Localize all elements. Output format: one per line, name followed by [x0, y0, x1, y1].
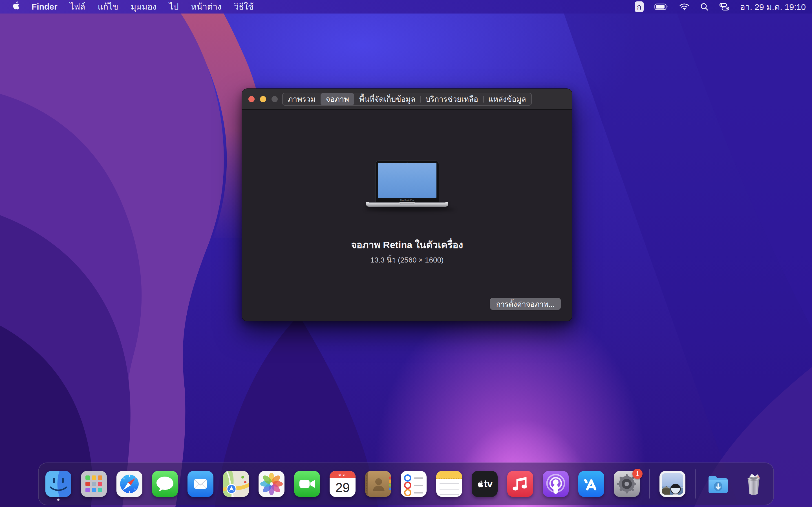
about-this-mac-window: ภาพรวม จอภาพ พื้นที่จัดเก็บข้อมูล บริการ…	[242, 89, 572, 321]
spotlight-icon[interactable]	[700, 3, 709, 11]
dock-item-podcasts[interactable]	[543, 471, 569, 497]
macbook-illustration: MacBook Pro	[365, 161, 449, 211]
dock-item-mail[interactable]	[188, 471, 213, 497]
macbook-shadow	[365, 208, 455, 211]
display-resolution: 13.3 นิ้ว (2560 × 1600)	[242, 254, 572, 266]
music-icon	[507, 471, 533, 497]
downloads-folder-icon	[705, 471, 731, 497]
calendar-month: ม.ค.	[329, 471, 356, 478]
calendar-icon: ม.ค. 29	[329, 471, 356, 497]
display-settings-button[interactable]: การตั้งค่าจอภาพ...	[490, 298, 561, 310]
menu-bar-left: Finder ไฟล์ แก้ไข มุมมอง ไป หน้าต่าง วิธ…	[0, 0, 254, 13]
mail-icon	[188, 471, 213, 497]
contacts-icon	[365, 471, 391, 497]
dock-item-notes[interactable]	[436, 471, 462, 497]
menu-app-name[interactable]: Finder	[32, 0, 57, 13]
macbook-screen: MacBook Pro	[375, 161, 439, 202]
calendar-day: 29	[329, 478, 356, 497]
dock-item-maps[interactable]	[223, 471, 249, 497]
dock-item-launchpad[interactable]	[81, 471, 107, 497]
traffic-lights	[248, 89, 278, 109]
menu-window[interactable]: หน้าต่าง	[191, 0, 221, 13]
tv-label: tv	[484, 478, 492, 490]
wifi-icon[interactable]	[679, 3, 689, 11]
menu-edit[interactable]: แก้ไข	[98, 0, 118, 13]
finder-icon	[45, 471, 71, 497]
dock-item-reminders[interactable]	[401, 471, 426, 497]
dock-item-messages[interactable]	[152, 471, 178, 497]
dock-item-photos[interactable]	[259, 471, 285, 497]
toolbar-tabs: ภาพรวม จอภาพ พื้นที่จัดเก็บข้อมูล บริการ…	[282, 93, 532, 106]
menu-file[interactable]: ไฟล์	[70, 0, 86, 13]
menu-bar-clock[interactable]: อา. 29 ม.ค. 19:10	[740, 0, 806, 13]
dock-item-music[interactable]	[507, 471, 533, 497]
macbook-model-label: MacBook Pro	[375, 199, 439, 202]
notes-icon	[436, 471, 462, 497]
dock-item-calendar[interactable]: ม.ค. 29	[329, 471, 356, 497]
display-title: จอภาพ Retina ในตัวเครื่อง	[242, 237, 572, 252]
facetime-icon	[294, 471, 320, 497]
macbook-camera-dot	[407, 162, 407, 163]
desktop: { "menu_bar": { "apple_icon": "apple-log…	[0, 0, 812, 507]
launchpad-icon	[81, 471, 107, 497]
dock-item-facetime[interactable]	[294, 471, 320, 497]
window-titlebar[interactable]: ภาพรวม จอภาพ พื้นที่จัดเก็บข้อมูล บริการ…	[242, 89, 572, 110]
menu-bar-status: ก	[635, 0, 812, 13]
tv-icon: tv	[472, 471, 498, 497]
displays-pane: MacBook Pro จอภาพ Retina ในตัวเครื่อง 13…	[242, 110, 572, 321]
tab-support[interactable]: บริการช่วยเหลือ	[420, 93, 483, 105]
preview-minimized-window-icon	[659, 471, 686, 497]
tab-storage[interactable]: พื้นที่จัดเก็บข้อมูล	[354, 93, 420, 105]
dock-item-downloads[interactable]	[705, 471, 731, 497]
safari-icon	[116, 471, 142, 497]
menu-view[interactable]: มุมมอง	[131, 0, 157, 13]
trash-icon	[741, 471, 767, 497]
tv-apple-glyph	[477, 480, 483, 488]
tab-displays[interactable]: จอภาพ	[320, 93, 354, 105]
tab-resources[interactable]: แหล่งข้อมูล	[483, 93, 531, 105]
photos-icon	[259, 471, 285, 497]
close-button[interactable]	[248, 96, 255, 102]
battery-icon[interactable]	[654, 3, 668, 10]
apple-menu[interactable]	[12, 0, 19, 13]
dock-item-contacts[interactable]	[365, 471, 391, 497]
dock-item-finder[interactable]	[45, 471, 71, 497]
macbook-display-blue	[378, 163, 437, 198]
apple-icon	[12, 1, 19, 10]
zoom-button-disabled	[271, 96, 278, 102]
dock-item-appstore[interactable]	[578, 471, 604, 497]
reminders-icon	[401, 471, 426, 497]
settings-notification-badge: 1	[632, 469, 643, 479]
menu-go[interactable]: ไป	[169, 0, 179, 13]
dock-separator	[649, 469, 650, 499]
menu-bar: Finder ไฟล์ แก้ไข มุมมอง ไป หน้าต่าง วิธ…	[0, 0, 812, 13]
finder-running-indicator	[57, 499, 59, 501]
dock-item-safari[interactable]	[116, 471, 142, 497]
control-center-icon[interactable]	[719, 3, 729, 11]
podcasts-icon	[543, 471, 569, 497]
dock-item-trash[interactable]	[741, 471, 767, 497]
messages-icon	[152, 471, 178, 497]
macbook-base	[366, 202, 448, 207]
input-source-indicator[interactable]: ก	[635, 1, 644, 12]
dock-separator	[695, 469, 696, 499]
maps-icon	[223, 471, 249, 497]
menu-help[interactable]: วิธีใช้	[234, 0, 254, 13]
appstore-icon	[578, 471, 604, 497]
dock-item-system-preferences[interactable]: 1	[614, 471, 640, 497]
minimize-button[interactable]	[260, 96, 266, 102]
dock: ม.ค. 29	[38, 462, 774, 505]
dock-item-preview-window[interactable]	[659, 471, 686, 497]
dock-item-tv[interactable]: tv	[472, 471, 498, 497]
tab-overview[interactable]: ภาพรวม	[283, 93, 320, 105]
